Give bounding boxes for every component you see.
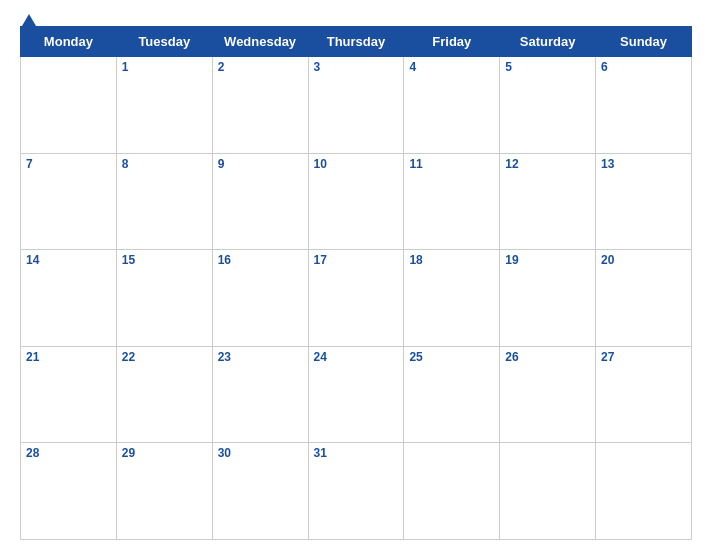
- date-number: 1: [122, 60, 207, 74]
- date-number: 23: [218, 350, 303, 364]
- calendar-cell: 16: [212, 250, 308, 347]
- calendar-cell: 1: [116, 57, 212, 154]
- calendar-cell: 23: [212, 346, 308, 443]
- calendar-cell: 15: [116, 250, 212, 347]
- day-wednesday: Wednesday: [212, 27, 308, 57]
- date-number: 18: [409, 253, 494, 267]
- calendar-cell: [500, 443, 596, 540]
- calendar-cell: 11: [404, 153, 500, 250]
- calendar-cell: 14: [21, 250, 117, 347]
- calendar-cell: 7: [21, 153, 117, 250]
- date-number: 28: [26, 446, 111, 460]
- date-number: 12: [505, 157, 590, 171]
- calendar-cell: 6: [596, 57, 692, 154]
- days-header-row: Monday Tuesday Wednesday Thursday Friday…: [21, 27, 692, 57]
- calendar-cell: [21, 57, 117, 154]
- calendar-cell: [596, 443, 692, 540]
- date-number: 11: [409, 157, 494, 171]
- date-number: 16: [218, 253, 303, 267]
- calendar-cell: 29: [116, 443, 212, 540]
- week-row-5: 28293031: [21, 443, 692, 540]
- calendar-cell: 5: [500, 57, 596, 154]
- calendar-cell: 20: [596, 250, 692, 347]
- date-number: 5: [505, 60, 590, 74]
- date-number: 22: [122, 350, 207, 364]
- date-number: 2: [218, 60, 303, 74]
- date-number: 20: [601, 253, 686, 267]
- calendar-cell: 9: [212, 153, 308, 250]
- calendar-cell: 13: [596, 153, 692, 250]
- date-number: 15: [122, 253, 207, 267]
- week-row-3: 14151617181920: [21, 250, 692, 347]
- week-row-4: 21222324252627: [21, 346, 692, 443]
- day-thursday: Thursday: [308, 27, 404, 57]
- calendar-cell: 26: [500, 346, 596, 443]
- calendar-cell: 2: [212, 57, 308, 154]
- date-number: 8: [122, 157, 207, 171]
- calendar-cell: 28: [21, 443, 117, 540]
- week-row-1: 123456: [21, 57, 692, 154]
- calendar-cell: 10: [308, 153, 404, 250]
- date-number: 3: [314, 60, 399, 74]
- date-number: 4: [409, 60, 494, 74]
- calendar-cell: 27: [596, 346, 692, 443]
- date-number: 9: [218, 157, 303, 171]
- date-number: 21: [26, 350, 111, 364]
- date-number: 14: [26, 253, 111, 267]
- calendar-cell: 3: [308, 57, 404, 154]
- day-friday: Friday: [404, 27, 500, 57]
- date-number: 31: [314, 446, 399, 460]
- calendar-table: Monday Tuesday Wednesday Thursday Friday…: [20, 26, 692, 540]
- date-number: 25: [409, 350, 494, 364]
- date-number: 29: [122, 446, 207, 460]
- date-number: 27: [601, 350, 686, 364]
- calendar-cell: 25: [404, 346, 500, 443]
- logo-blue-text: [20, 14, 36, 27]
- date-number: 6: [601, 60, 686, 74]
- date-number: 26: [505, 350, 590, 364]
- week-row-2: 78910111213: [21, 153, 692, 250]
- day-saturday: Saturday: [500, 27, 596, 57]
- date-number: 10: [314, 157, 399, 171]
- calendar-cell: 12: [500, 153, 596, 250]
- date-number: 19: [505, 253, 590, 267]
- calendar-cell: 22: [116, 346, 212, 443]
- calendar-cell: 30: [212, 443, 308, 540]
- calendar-header: [20, 10, 692, 20]
- calendar-cell: 19: [500, 250, 596, 347]
- date-number: 24: [314, 350, 399, 364]
- date-number: 7: [26, 157, 111, 171]
- logo: [20, 14, 36, 27]
- date-number: 30: [218, 446, 303, 460]
- date-number: 13: [601, 157, 686, 171]
- logo-triangle-icon: [22, 14, 36, 26]
- calendar-cell: 4: [404, 57, 500, 154]
- calendar-cell: 24: [308, 346, 404, 443]
- calendar-cell: 8: [116, 153, 212, 250]
- calendar-cell: 18: [404, 250, 500, 347]
- day-sunday: Sunday: [596, 27, 692, 57]
- date-number: 17: [314, 253, 399, 267]
- day-monday: Monday: [21, 27, 117, 57]
- calendar-cell: 21: [21, 346, 117, 443]
- calendar-cell: 17: [308, 250, 404, 347]
- calendar-cell: [404, 443, 500, 540]
- day-tuesday: Tuesday: [116, 27, 212, 57]
- calendar-cell: 31: [308, 443, 404, 540]
